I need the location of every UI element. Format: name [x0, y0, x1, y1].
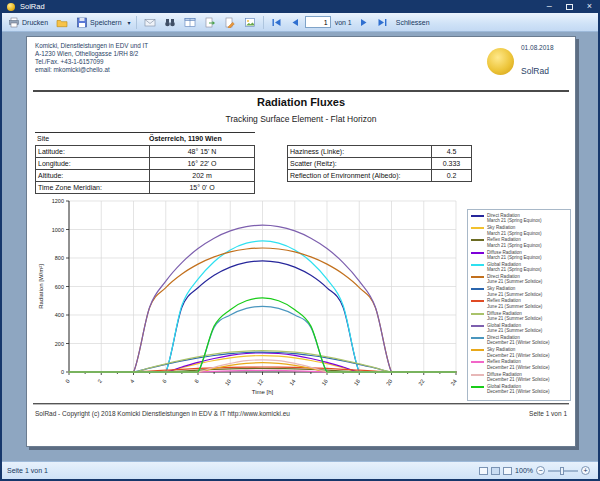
legend-swatch	[471, 215, 484, 217]
company-address-block: Komicki, Dienstleistungen in EDV und ITA…	[35, 42, 148, 74]
svg-text:24: 24	[449, 378, 457, 386]
table-cell-value: 0.2	[432, 170, 471, 181]
printer-icon	[8, 17, 20, 28]
table-cell-value: 4.5	[432, 146, 471, 157]
solrad-logo-icon	[487, 48, 514, 75]
save-button[interactable]: Speichern	[73, 16, 125, 29]
legend-entry: Global RadiationDecember 21 (Winter Sols…	[470, 384, 568, 395]
legend-entry: Reflex RadiationDecember 21 (Winter Sols…	[470, 359, 568, 370]
legend-swatch	[471, 337, 484, 339]
legend-swatch	[471, 227, 484, 229]
table-row: Scatter (Reitz):0.333	[288, 157, 471, 169]
legend-entry: Global RadiationMarch 21 (Spring Equinox…	[470, 262, 568, 273]
page-count-label: von 1	[333, 19, 354, 26]
page-width-view-icon[interactable]	[503, 467, 512, 475]
svg-text:0: 0	[64, 378, 71, 384]
legend-swatch	[471, 288, 484, 290]
legend-label: Diffuse RadiationDecember 21 (Winter Sol…	[487, 372, 550, 383]
legend-label: Sky RadiationJune 21 (Summer Solstice)	[487, 286, 542, 297]
legend-entry: Diffuse RadiationJune 21 (Summer Solstic…	[470, 311, 568, 322]
minimize-button[interactable]: –	[547, 2, 552, 11]
legend-swatch	[471, 276, 484, 278]
legend-label: Direct RadiationMarch 21 (Spring Equinox…	[487, 213, 542, 224]
export-button[interactable]	[201, 16, 219, 29]
legend-label: Direct RadiationDecember 21 (Winter Sols…	[487, 335, 550, 346]
table-row: Altitude:202 m	[36, 169, 254, 181]
header-divider	[33, 90, 569, 92]
columns-button[interactable]	[181, 16, 199, 29]
svg-text:1000: 1000	[52, 227, 64, 233]
svg-text:4: 4	[129, 378, 136, 384]
legend-label: Global RadiationJune 21 (Summer Solstice…	[487, 323, 542, 334]
legend-entry: Sky RadiationJune 21 (Summer Solstice)	[470, 286, 568, 297]
legend-swatch	[471, 361, 484, 363]
legend-entry: Sky RadiationMarch 21 (Spring Equinox)	[470, 225, 568, 236]
titlebar: SolRad – ×	[0, 0, 600, 13]
legend-swatch	[471, 264, 484, 266]
zoom-in-button[interactable]: +	[581, 466, 590, 475]
email-button[interactable]	[141, 16, 159, 29]
svg-text:22: 22	[417, 378, 425, 386]
first-page-button[interactable]	[268, 16, 285, 29]
previous-page-button[interactable]	[287, 16, 303, 29]
svg-text:2: 2	[96, 378, 103, 384]
save-icon	[76, 17, 88, 28]
table-cell-label: Reflection of Environment (Albedo):	[288, 170, 432, 181]
legend-entry: Direct RadiationJune 21 (Summer Solstice…	[470, 274, 568, 285]
svg-text:1200: 1200	[52, 198, 64, 204]
close-preview-button[interactable]: Schliessen	[393, 18, 433, 27]
find-button[interactable]	[161, 16, 179, 29]
close-button[interactable]: ×	[587, 2, 592, 11]
table-cell-value: 16° 22' O	[150, 158, 254, 169]
page-setup-button[interactable]	[53, 16, 71, 29]
zoom-slider[interactable]	[548, 470, 578, 472]
legend-label: Reflex RadiationMarch 21 (Spring Equinox…	[487, 237, 542, 248]
print-button[interactable]: Drucken	[5, 16, 51, 29]
svg-text:0: 0	[61, 369, 64, 375]
svg-text:10: 10	[224, 378, 232, 386]
next-page-icon	[359, 17, 369, 28]
edit-button[interactable]	[221, 16, 239, 29]
table-cell-value: 0.333	[432, 158, 471, 169]
legend-entry: Sky RadiationDecember 21 (Winter Solstic…	[470, 347, 568, 358]
watermark-button[interactable]	[241, 16, 259, 29]
legend-label: Sky RadiationDecember 21 (Winter Solstic…	[487, 347, 550, 358]
separator	[136, 16, 137, 29]
multi-page-view-icon[interactable]	[491, 467, 500, 475]
page-number-input[interactable]	[305, 16, 331, 28]
columns-icon	[184, 17, 196, 28]
svg-text:16: 16	[320, 378, 328, 386]
last-page-icon	[377, 17, 388, 28]
legend-swatch	[471, 386, 484, 388]
toolbar: Drucken Speichern ▾	[2, 13, 598, 32]
maximize-button[interactable]	[566, 4, 573, 10]
legend-swatch	[471, 325, 484, 327]
solrad-window: SolRad – × Drucken Speichern ▾	[0, 0, 600, 481]
last-page-button[interactable]	[374, 16, 391, 29]
save-dropdown-button[interactable]: ▾	[127, 18, 132, 27]
svg-text:8: 8	[193, 378, 200, 384]
preview-area: Komicki, Dienstleistungen in EDV und ITA…	[2, 32, 598, 461]
binoculars-icon	[164, 17, 176, 28]
svg-text:600: 600	[55, 284, 64, 290]
svg-text:400: 400	[55, 312, 64, 318]
legend-entry: Global RadiationJune 21 (Summer Solstice…	[470, 323, 568, 334]
legend-label: Direct RadiationJune 21 (Summer Solstice…	[487, 274, 542, 285]
solrad-logo-text: SolRad	[521, 66, 549, 76]
zoom-out-button[interactable]: −	[536, 466, 545, 475]
previous-page-icon	[290, 17, 300, 28]
legend-swatch	[471, 300, 484, 302]
table-cell-value: 48° 15' N	[150, 146, 254, 157]
legend-swatch	[471, 252, 484, 254]
footer-divider	[33, 403, 569, 405]
single-page-view-icon[interactable]	[479, 467, 488, 475]
next-page-button[interactable]	[356, 16, 372, 29]
table-row: Haziness (Linke):4.5	[288, 146, 471, 157]
site-header-row: Site Österreich, 1190 Wien	[35, 132, 255, 144]
zoom-slider-thumb[interactable]	[560, 467, 564, 475]
legend-label: Reflex RadiationDecember 21 (Winter Sols…	[487, 359, 550, 370]
table-row: Longitude:16° 22' O	[36, 157, 254, 169]
edit-page-icon	[224, 17, 236, 28]
legend-swatch	[471, 239, 484, 241]
svg-text:Time [h]: Time [h]	[252, 389, 274, 395]
